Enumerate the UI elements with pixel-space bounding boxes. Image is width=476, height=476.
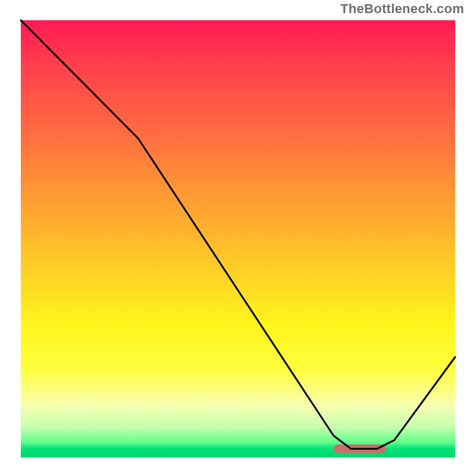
chart-root: TheBottleneck.com bbox=[0, 0, 476, 476]
attribution-text: TheBottleneck.com bbox=[340, 1, 464, 17]
chart-frame bbox=[21, 20, 455, 458]
curve-line bbox=[21, 20, 455, 458]
